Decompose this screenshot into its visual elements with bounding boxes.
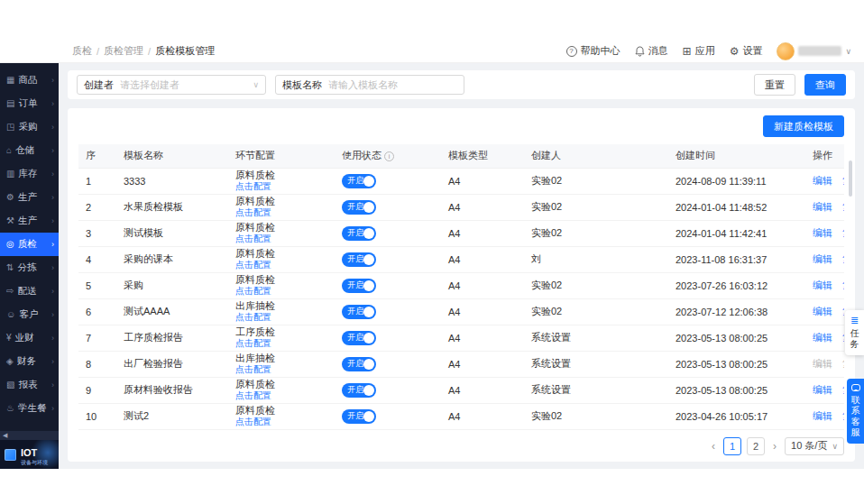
breadcrumb-quality[interactable]: 质检	[72, 44, 92, 58]
next-page-button[interactable]: ›	[770, 440, 779, 453]
iot-cube-icon	[5, 449, 16, 461]
tasks-widget[interactable]: ≣ 任务	[845, 310, 864, 355]
sidebar-item-warehouse[interactable]: ⌂ 仓储 ›	[0, 139, 59, 162]
status-toggle[interactable]: 开启	[342, 409, 376, 424]
cell-template-type: A4	[441, 246, 524, 272]
sidebar: ▦ 商品 › ▤ 订单 › ◳ 采购 › ⌂ 仓储 › ▥ 库存 › ⚙ 生产 …	[0, 63, 59, 469]
cell-template-type: A4	[441, 168, 524, 194]
sidebar-item-biz-finance[interactable]: ¥ 业财 ›	[0, 326, 59, 350]
cell-creator: 实验02	[524, 168, 668, 194]
sidebar-item-report[interactable]: ▧ 报表 ›	[0, 373, 59, 397]
configure-link[interactable]: 点击配置	[235, 260, 327, 270]
copy-link[interactable]: 复制	[842, 410, 844, 421]
messages-button[interactable]: 消息	[635, 44, 668, 58]
settings-button[interactable]: ⚙ 设置	[730, 44, 763, 58]
table-scrollbar[interactable]	[849, 160, 852, 197]
status-toggle[interactable]: 开启	[342, 279, 376, 293]
sidebar-item-icon: ▥	[6, 170, 14, 179]
customer-service-tab[interactable]: 联系客服	[847, 379, 864, 444]
page-button-2[interactable]: 2	[747, 437, 765, 455]
copy-link[interactable]: 复制	[842, 332, 844, 343]
edit-link[interactable]: 编辑	[813, 384, 832, 395]
configure-link[interactable]: 点击配置	[235, 312, 327, 323]
configure-link[interactable]: 点击配置	[235, 181, 327, 192]
sidebar-item-orders[interactable]: ▤ 订单 ›	[0, 92, 59, 115]
copy-link[interactable]: 复制	[842, 306, 844, 316]
configure-link[interactable]: 点击配置	[235, 364, 327, 375]
toggle-on-label: 开启	[347, 384, 363, 396]
column-header: 操作	[813, 150, 832, 160]
settings-label: 设置	[742, 44, 762, 58]
user-menu[interactable]: ∨	[777, 42, 851, 60]
sidebar-item-quality[interactable]: ◎ 质检 ›	[0, 233, 59, 256]
edit-link[interactable]: 编辑	[813, 227, 832, 238]
copy-link[interactable]: 复制	[842, 201, 844, 212]
configure-link[interactable]: 点击配置	[235, 417, 327, 427]
sidebar-item-purchase[interactable]: ◳ 采购 ›	[0, 115, 59, 139]
sidebar-collapse-strip[interactable]: ◀	[0, 431, 59, 440]
edit-link[interactable]: 编辑	[813, 279, 832, 290]
edit-link[interactable]: 编辑	[813, 306, 832, 316]
sidebar-item-student-meal[interactable]: ♨ 学生餐 ›	[0, 397, 59, 420]
toggle-on-label: 开启	[347, 227, 363, 239]
sidebar-item-inventory[interactable]: ▥ 库存 ›	[0, 162, 59, 186]
edit-link[interactable]: 编辑	[813, 332, 832, 343]
cell-template-type: A4	[441, 325, 524, 351]
reset-button[interactable]: 重置	[754, 74, 795, 96]
configure-link[interactable]: 点击配置	[235, 338, 327, 349]
configure-link[interactable]: 点击配置	[235, 207, 327, 218]
edit-link[interactable]: 编辑	[813, 358, 832, 369]
cell-status: 开启	[335, 403, 441, 429]
edit-link[interactable]: 编辑	[813, 410, 832, 421]
chevron-right-icon: ›	[51, 193, 54, 202]
page-button-1[interactable]: 1	[723, 437, 741, 455]
status-toggle[interactable]: 开启	[342, 305, 376, 319]
configure-link[interactable]: 点击配置	[235, 390, 327, 401]
copy-link[interactable]: 复制	[842, 358, 844, 369]
template-name-input[interactable]	[328, 79, 457, 90]
copy-link[interactable]: 复制	[842, 175, 844, 186]
sidebar-item-production-2[interactable]: ⚒ 生产 ›	[0, 209, 59, 233]
sidebar-item-finance[interactable]: ◈ 财务 ›	[0, 350, 59, 373]
page-size-select[interactable]: 10 条/页 ∨	[785, 437, 844, 455]
filter-bar: 创建者 请选择创建者 ∨ 模板名称 重置 查询	[68, 70, 855, 99]
status-toggle[interactable]: 开启	[342, 200, 376, 215]
edit-link[interactable]: 编辑	[813, 201, 832, 212]
status-toggle[interactable]: 开启	[342, 331, 376, 345]
info-icon[interactable]: i	[384, 151, 394, 161]
status-toggle[interactable]: 开启	[342, 357, 376, 371]
sidebar-item-sorting[interactable]: ⇅ 分拣 ›	[0, 256, 59, 279]
status-toggle[interactable]: 开启	[342, 252, 376, 267]
sidebar-item-production-1[interactable]: ⚙ 生产 ›	[0, 186, 59, 209]
copy-link[interactable]: 复制	[842, 253, 844, 264]
copy-link[interactable]: 复制	[842, 227, 844, 238]
table-row: 3 测试模板 原料质检 点击配置 开启 A4 实验02 2024-01-04 1…	[78, 220, 844, 246]
sidebar-item-goods[interactable]: ▦ 商品 ›	[0, 69, 59, 92]
sidebar-item-customer[interactable]: ☺ 客户 ›	[0, 303, 59, 326]
help-center-button[interactable]: ? 帮助中心	[566, 44, 620, 58]
cell-operations: 编辑 复制 删除	[805, 194, 844, 220]
new-template-button[interactable]: 新建质检模板	[763, 115, 844, 137]
apps-button[interactable]: ⊞ 应用	[683, 44, 715, 58]
cell-creator: 系统设置	[524, 377, 668, 403]
breadcrumb-quality-mgmt[interactable]: 质检管理	[104, 44, 143, 58]
status-toggle[interactable]: 开启	[342, 383, 376, 398]
template-name-field[interactable]: 模板名称	[275, 75, 464, 95]
edit-link[interactable]: 编辑	[813, 253, 832, 264]
search-button[interactable]: 查询	[804, 74, 846, 96]
cell-created-time: 2023-05-13 08:00:25	[668, 325, 805, 351]
sidebar-item-delivery[interactable]: ⇨ 配送 ›	[0, 279, 59, 303]
configure-link[interactable]: 点击配置	[235, 234, 327, 244]
prev-page-button[interactable]: ‹	[709, 440, 718, 453]
status-toggle[interactable]: 开启	[342, 174, 376, 188]
status-toggle[interactable]: 开启	[342, 226, 376, 241]
creator-select[interactable]: 创建者 请选择创建者 ∨	[77, 75, 266, 95]
copy-link[interactable]: 复制	[842, 279, 844, 290]
edit-link[interactable]: 编辑	[813, 175, 832, 186]
configure-link[interactable]: 点击配置	[235, 286, 327, 297]
cell-status: 开启	[335, 298, 441, 325]
copy-link[interactable]: 复制	[842, 384, 844, 395]
stage-name: 原料质检	[235, 405, 327, 417]
sidebar-item-label: 财务	[17, 355, 36, 368]
toggle-on-label: 开启	[347, 358, 363, 370]
